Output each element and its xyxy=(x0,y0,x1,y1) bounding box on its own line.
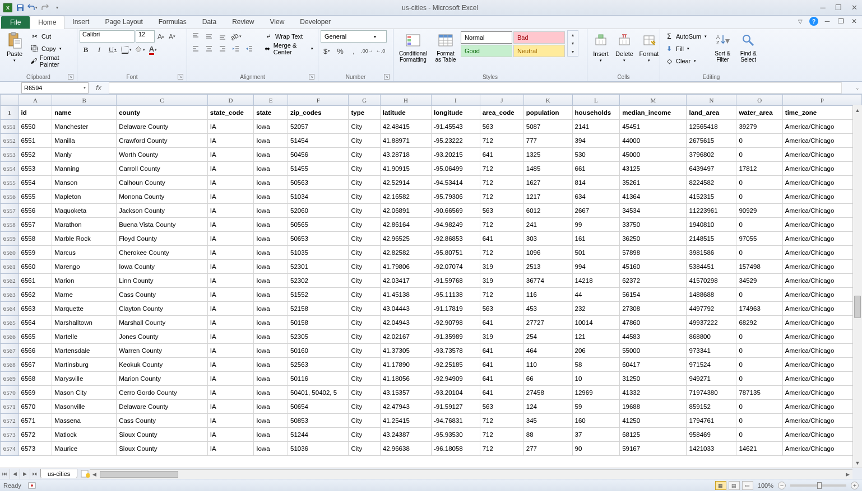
cell[interactable]: Floyd County xyxy=(117,232,208,246)
cell[interactable]: 43125 xyxy=(620,162,687,176)
cell[interactable]: Marysville xyxy=(52,372,117,386)
cell[interactable]: 51035 xyxy=(288,246,349,260)
cell[interactable]: 41250 xyxy=(620,414,687,428)
cell[interactable]: Iowa xyxy=(254,386,288,400)
cell[interactable]: 59167 xyxy=(620,442,687,456)
undo-icon[interactable]: ▾ xyxy=(27,2,38,13)
cell[interactable]: 3796802 xyxy=(687,148,736,162)
cell[interactable]: 2148515 xyxy=(687,232,736,246)
cell[interactable]: IA xyxy=(207,232,253,246)
tab-view[interactable]: View xyxy=(262,16,293,29)
cell[interactable]: 43.04443 xyxy=(380,302,431,316)
cell[interactable]: America/Chicago xyxy=(782,288,861,302)
cell[interactable]: City xyxy=(349,218,380,232)
cell[interactable]: Iowa xyxy=(254,134,288,148)
cell[interactable]: Crawford County xyxy=(117,134,208,148)
cell[interactable]: 44 xyxy=(572,288,620,302)
row-header[interactable]: 6563 xyxy=(1,288,19,302)
formula-expand-icon[interactable]: ⌄ xyxy=(853,85,862,91)
cell[interactable]: 712 xyxy=(480,428,523,442)
cell[interactable]: 6569 xyxy=(18,386,52,400)
cell[interactable]: households xyxy=(572,106,620,120)
cell[interactable]: IA xyxy=(207,330,253,344)
cell[interactable]: America/Chicago xyxy=(782,274,861,288)
wrap-text-button[interactable]: ⤶Wrap Text xyxy=(262,30,316,43)
cell[interactable]: Maquoketa xyxy=(52,204,117,218)
column-header-M[interactable]: M xyxy=(620,95,687,106)
cell[interactable]: Carroll County xyxy=(117,162,208,176)
redo-icon[interactable] xyxy=(39,2,50,13)
accounting-format-button[interactable]: $▾ xyxy=(321,45,333,57)
align-middle-button[interactable] xyxy=(203,30,215,43)
cell[interactable]: IA xyxy=(207,176,253,190)
cell[interactable]: Clayton County xyxy=(117,302,208,316)
cell[interactable]: 90 xyxy=(572,442,620,456)
qat-customize-icon[interactable]: ▾ xyxy=(52,2,63,13)
cell[interactable]: 0 xyxy=(736,288,782,302)
cell[interactable]: 33750 xyxy=(620,218,687,232)
cell[interactable]: 42.02167 xyxy=(380,330,431,344)
cell[interactable]: 319 xyxy=(480,330,523,344)
cell[interactable]: Maurice xyxy=(52,442,117,456)
cell[interactable]: 43.28718 xyxy=(380,148,431,162)
cell[interactable]: Mapleton xyxy=(52,190,117,204)
cell[interactable]: 6570 xyxy=(18,400,52,414)
cell[interactable]: 27458 xyxy=(523,386,572,400)
cell[interactable]: 868800 xyxy=(687,330,736,344)
zoom-slider[interactable] xyxy=(790,484,846,487)
cell[interactable]: City xyxy=(349,330,380,344)
cell[interactable]: land_area xyxy=(687,106,736,120)
tab-formulas[interactable]: Formulas xyxy=(151,16,194,29)
cell[interactable]: Iowa xyxy=(254,400,288,414)
cell[interactable]: Massena xyxy=(52,414,117,428)
cell[interactable]: IA xyxy=(207,218,253,232)
format-painter-button[interactable]: 🖌Format Painter xyxy=(28,55,75,67)
cell[interactable]: America/Chicago xyxy=(782,386,861,400)
cell[interactable]: 160 xyxy=(572,414,620,428)
align-left-button[interactable] xyxy=(189,43,202,55)
tab-page-layout[interactable]: Page Layout xyxy=(97,16,150,29)
cell[interactable]: time_zone xyxy=(782,106,861,120)
row-header[interactable]: 6554 xyxy=(1,162,19,176)
cell[interactable]: 6566 xyxy=(18,344,52,358)
styles-gallery-more[interactable]: ▾ xyxy=(568,48,578,56)
file-tab[interactable]: File xyxy=(1,16,30,29)
cell[interactable]: IA xyxy=(207,400,253,414)
cell[interactable]: IA xyxy=(207,372,253,386)
align-bottom-button[interactable] xyxy=(216,30,229,43)
row-header[interactable]: 6559 xyxy=(1,232,19,246)
cell[interactable]: 51036 xyxy=(288,442,349,456)
row-header[interactable]: 6551 xyxy=(1,120,19,134)
cell[interactable]: 1627 xyxy=(523,176,572,190)
cell[interactable]: -95.06499 xyxy=(431,162,480,176)
row-header[interactable]: 6569 xyxy=(1,372,19,386)
cell[interactable]: 35261 xyxy=(620,176,687,190)
cell[interactable]: City xyxy=(349,302,380,316)
cell[interactable]: 41.18056 xyxy=(380,372,431,386)
column-header-N[interactable]: N xyxy=(687,95,736,106)
cell[interactable]: City xyxy=(349,386,380,400)
cell[interactable]: 6562 xyxy=(18,288,52,302)
cell[interactable]: 6563 xyxy=(18,302,52,316)
cell[interactable]: -94.76831 xyxy=(431,414,480,428)
cell[interactable]: 50563 xyxy=(288,176,349,190)
row-header[interactable]: 6568 xyxy=(1,358,19,372)
cell[interactable]: Marion County xyxy=(117,372,208,386)
scroll-right-button[interactable]: ▶ xyxy=(843,470,852,479)
column-header-F[interactable]: F xyxy=(288,95,349,106)
cell[interactable]: Iowa xyxy=(254,260,288,274)
column-header-E[interactable]: E xyxy=(254,95,288,106)
cell[interactable]: IA xyxy=(207,358,253,372)
percent-format-button[interactable]: % xyxy=(334,45,346,57)
row-header[interactable]: 6562 xyxy=(1,274,19,288)
cell[interactable]: 45160 xyxy=(620,260,687,274)
cell[interactable]: 6559 xyxy=(18,246,52,260)
cell[interactable]: America/Chicago xyxy=(782,176,861,190)
column-header-D[interactable]: D xyxy=(207,95,253,106)
cell[interactable]: Marcus xyxy=(52,246,117,260)
cell[interactable]: 6557 xyxy=(18,218,52,232)
cell[interactable]: 777 xyxy=(523,134,572,148)
cell[interactable]: 0 xyxy=(736,358,782,372)
cell[interactable]: City xyxy=(349,372,380,386)
cell[interactable]: City xyxy=(349,414,380,428)
